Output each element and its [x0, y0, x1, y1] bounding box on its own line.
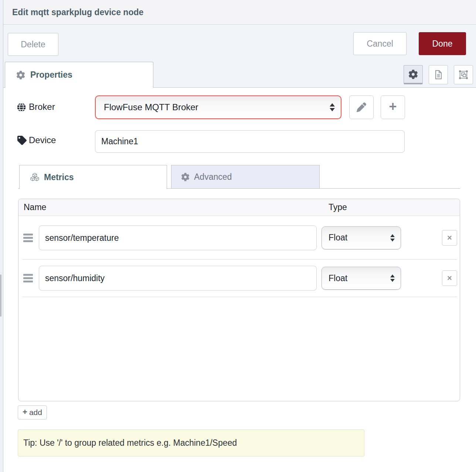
tab-properties-label: Properties [30, 70, 72, 80]
metric-name-input[interactable] [39, 266, 317, 291]
close-icon: × [447, 273, 452, 283]
dialog-toolbar: Delete Cancel Done Properties [3, 25, 476, 88]
appearance-icon [458, 70, 469, 80]
metrics-tabbar: Metrics Advanced [18, 165, 460, 189]
chevron-updown-icon [330, 103, 335, 111]
metric-type-select[interactable]: Float [322, 267, 401, 290]
remove-metric-button[interactable]: × [442, 270, 457, 286]
appearance-view-button[interactable] [454, 65, 473, 84]
metric-row: Float × [22, 260, 457, 297]
broker-select[interactable]: FlowFuse MQTT Broker [95, 95, 341, 119]
add-metric-label: add [29, 408, 42, 417]
cancel-button[interactable]: Cancel [353, 32, 407, 55]
device-input[interactable] [95, 130, 405, 153]
gear-icon [408, 70, 418, 79]
dialog-header: Edit mqtt sparkplug device node [3, 0, 476, 25]
tip-text: Tip: Use '/' to group related metrics e.… [23, 438, 237, 448]
delete-button-label: Delete [21, 40, 45, 50]
tip-box: Tip: Use '/' to group related metrics e.… [18, 429, 364, 456]
plus-icon: + [23, 408, 27, 416]
tab-advanced[interactable]: Advanced [171, 165, 320, 189]
file-icon [434, 70, 443, 80]
broker-label: Broker [29, 102, 55, 112]
plus-icon: + [389, 100, 397, 113]
metrics-list: Name Type Float × Float × [18, 199, 460, 401]
remove-metric-button[interactable]: × [442, 230, 457, 246]
drag-handle-icon[interactable] [23, 273, 33, 284]
tab-metrics[interactable]: Metrics [19, 165, 167, 189]
workspace-edge [0, 0, 3, 472]
globe-icon [17, 102, 26, 112]
pencil-icon [357, 102, 366, 112]
properties-view-button[interactable] [404, 65, 423, 84]
dialog-body: Broker FlowFuse MQTT Broker + Device [3, 88, 476, 472]
broker-select-value: FlowFuse MQTT Broker [104, 102, 330, 112]
tab-advanced-label: Advanced [194, 172, 232, 182]
column-header-name: Name [24, 199, 46, 215]
delete-button[interactable]: Delete [8, 33, 58, 56]
edit-broker-button[interactable] [349, 95, 374, 119]
chevron-updown-icon [390, 274, 395, 282]
metric-name-input[interactable] [39, 225, 317, 250]
tab-properties[interactable]: Properties [5, 62, 153, 88]
column-header-type: Type [329, 199, 347, 215]
drag-handle-icon[interactable] [23, 232, 33, 243]
tag-icon [17, 136, 27, 145]
gear-icon [181, 173, 190, 181]
metrics-rows: Float × Float × [18, 216, 460, 297]
chevron-updown-icon [390, 234, 395, 242]
done-button[interactable]: Done [419, 32, 466, 55]
metrics-list-header: Name Type [18, 199, 460, 216]
close-icon: × [447, 233, 452, 243]
tab-metrics-label: Metrics [44, 172, 74, 182]
cubes-icon [30, 173, 40, 182]
device-label: Device [29, 135, 56, 145]
add-metric-button[interactable]: + add [18, 405, 47, 419]
cancel-button-label: Cancel [367, 39, 393, 49]
metric-type-value: Float [329, 233, 390, 243]
gear-icon [16, 71, 25, 80]
description-view-button[interactable] [429, 65, 448, 84]
metric-row: Float × [22, 216, 457, 260]
add-broker-button[interactable]: + [381, 95, 405, 119]
dialog-title: Edit mqtt sparkplug device node [12, 0, 143, 24]
metric-type-value: Float [329, 273, 390, 283]
edit-node-dialog: Edit mqtt sparkplug device node Delete C… [0, 0, 476, 472]
metric-type-select[interactable]: Float [322, 226, 401, 249]
scrollbar-thumb[interactable] [0, 274, 1, 317]
done-button-label: Done [432, 39, 453, 49]
